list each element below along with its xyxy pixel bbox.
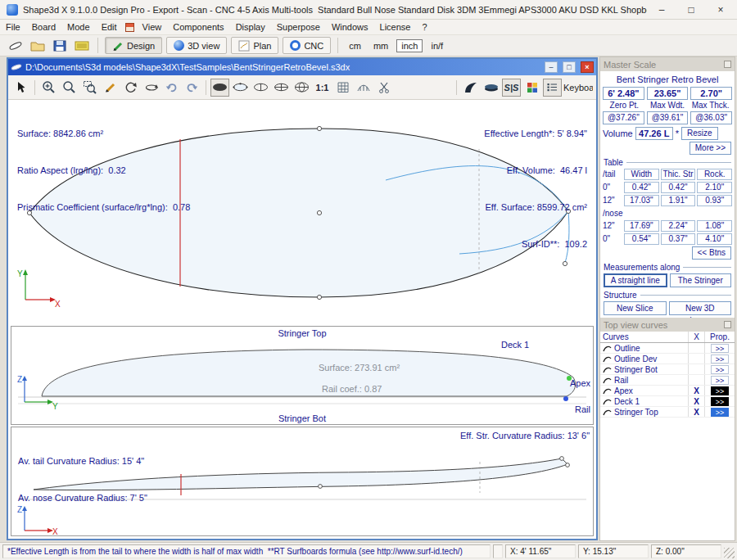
- list-panel-button[interactable]: [543, 79, 562, 97]
- document-titlebar[interactable]: D:\Documents\S3d models\Shape3dX\TestSam…: [8, 59, 596, 75]
- open-file-button[interactable]: [29, 37, 47, 55]
- width-cell[interactable]: 17.69": [624, 220, 659, 232]
- unit-inf[interactable]: in/f: [427, 41, 447, 51]
- control-point[interactable]: [319, 485, 323, 489]
- width-column-header[interactable]: Width: [624, 169, 659, 180]
- max-thick-position-field[interactable]: @36.03": [690, 111, 732, 124]
- menu-windows[interactable]: Windows: [326, 22, 374, 32]
- scan-button[interactable]: [73, 37, 91, 55]
- menu-display[interactable]: Display: [230, 22, 271, 32]
- control-point[interactable]: [560, 457, 564, 461]
- rocker-cell[interactable]: 1.08": [697, 220, 732, 232]
- stringer-ss-button[interactable]: S|S: [502, 79, 521, 97]
- zero-position-field[interactable]: @37.26": [603, 111, 644, 124]
- control-point[interactable]: [317, 210, 321, 215]
- apex-label[interactable]: Apex: [570, 378, 590, 388]
- unit-cm[interactable]: cm: [345, 41, 365, 51]
- curve-name[interactable]: Outline: [600, 343, 689, 353]
- curve-x-flag[interactable]: [689, 364, 705, 374]
- new-3d-layer-button[interactable]: New 3D Layer: [669, 301, 732, 315]
- view-filled-outline-button[interactable]: [210, 79, 229, 97]
- deck-label[interactable]: Deck 1: [501, 340, 529, 350]
- thickness-cell[interactable]: 0.42": [661, 182, 696, 193]
- view-outline-points-button[interactable]: [231, 79, 250, 97]
- thickness-cell[interactable]: 2.24": [661, 220, 696, 232]
- select-tool[interactable]: [11, 79, 30, 97]
- panel-pin-icon[interactable]: [724, 61, 731, 68]
- document-close-button[interactable]: ×: [581, 61, 594, 73]
- curve-prop-button[interactable]: >>: [711, 397, 729, 406]
- curve-prop-button[interactable]: >>: [711, 355, 729, 364]
- cut-button[interactable]: [374, 79, 393, 97]
- menu-superpose[interactable]: Superpose: [271, 22, 326, 32]
- curve-name[interactable]: Apex: [600, 386, 689, 395]
- more-button[interactable]: More >>: [690, 142, 731, 155]
- unit-inch[interactable]: inch: [396, 39, 423, 52]
- slice-outline-path[interactable]: [42, 350, 576, 396]
- top-view-curves-header[interactable]: Top view curves: [600, 318, 735, 332]
- curve-prop-button[interactable]: >>: [711, 376, 729, 385]
- undo-button[interactable]: [162, 79, 181, 97]
- cnc-button[interactable]: CNC: [283, 37, 331, 54]
- menu-view[interactable]: View: [137, 22, 168, 32]
- max-width-position-field[interactable]: @39.61": [647, 111, 689, 124]
- master-scale-header[interactable]: Master Scale: [600, 57, 735, 71]
- keyboard-label[interactable]: Keyboa: [563, 83, 593, 93]
- curve-x-flag[interactable]: X: [689, 396, 705, 406]
- thickness-field[interactable]: 2.70": [690, 87, 732, 100]
- curve-name[interactable]: Deck 1: [600, 396, 689, 406]
- curve-x-flag[interactable]: [689, 343, 705, 353]
- rail-point[interactable]: [563, 396, 568, 401]
- curve-x-flag[interactable]: [689, 375, 705, 385]
- zoom-window-tool[interactable]: [80, 79, 99, 97]
- document-minimize-button[interactable]: –: [545, 61, 558, 73]
- panel-pin-icon[interactable]: [724, 321, 731, 328]
- curve-x-flag[interactable]: X: [689, 407, 705, 417]
- minimize-button[interactable]: –: [647, 0, 676, 20]
- curve-prop-button[interactable]: >>: [711, 408, 729, 417]
- view-cross-button[interactable]: [272, 79, 291, 97]
- board-bottom-view-button[interactable]: [461, 79, 480, 97]
- menu-components[interactable]: Components: [167, 22, 229, 32]
- plan-button[interactable]: Plan: [231, 37, 278, 54]
- control-point[interactable]: [566, 463, 570, 467]
- view-slice-button[interactable]: [251, 79, 270, 97]
- rail-label[interactable]: Rail: [575, 404, 590, 414]
- edit-marker-icon[interactable]: [125, 23, 134, 32]
- curve-x-flag[interactable]: X: [689, 386, 705, 395]
- view-3d-button[interactable]: 3D view: [166, 37, 227, 54]
- rotate-3d-tool[interactable]: [142, 79, 161, 97]
- resize-button[interactable]: Resize: [681, 127, 718, 140]
- rocker-cell[interactable]: 4.10": [697, 233, 732, 245]
- scale-1-1-button[interactable]: 1:1: [313, 79, 332, 97]
- curve-name[interactable]: Outline Dev: [600, 354, 689, 364]
- edit-points-tool[interactable]: [101, 79, 120, 97]
- stringer-bot-label[interactable]: Stringer Bot: [278, 413, 326, 423]
- volume-value[interactable]: 47.26 L: [635, 127, 673, 140]
- rocker-cell[interactable]: 2.10": [697, 182, 732, 193]
- grid-button[interactable]: [333, 79, 352, 97]
- width-cell[interactable]: 0.42": [624, 182, 659, 193]
- btns-toggle-button[interactable]: << Btns: [692, 246, 731, 260]
- menu-edit[interactable]: Edit: [96, 22, 123, 32]
- board-3d-view-button[interactable]: [482, 79, 500, 97]
- menu-help[interactable]: ?: [416, 22, 432, 32]
- maximize-button[interactable]: □: [676, 0, 706, 20]
- the-stringer-button[interactable]: The Stringer: [670, 273, 732, 287]
- save-file-button[interactable]: [51, 37, 69, 55]
- titlebar[interactable]: Shape3d X 9.1.0.0 Design Pro - Export - …: [0, 0, 737, 20]
- straight-line-button[interactable]: A straight line: [604, 273, 667, 287]
- menu-file[interactable]: File: [0, 22, 26, 32]
- width-field[interactable]: 23.65": [647, 87, 689, 100]
- curve-name[interactable]: Stringer Top: [600, 407, 689, 417]
- menu-mode[interactable]: Mode: [61, 22, 96, 32]
- thickness-cell[interactable]: 0.37": [661, 233, 696, 245]
- zoom-in-tool[interactable]: [39, 79, 58, 97]
- color-layers-button[interactable]: [522, 79, 541, 97]
- rocker-cell[interactable]: 0.93": [697, 195, 732, 206]
- rotate-tool[interactable]: [121, 79, 140, 97]
- curve-name[interactable]: Rail: [600, 375, 689, 385]
- curve-x-flag[interactable]: [689, 354, 705, 364]
- thickness-cell[interactable]: 1.91": [661, 195, 696, 206]
- stringer-top-label[interactable]: Stringer Top: [278, 328, 326, 338]
